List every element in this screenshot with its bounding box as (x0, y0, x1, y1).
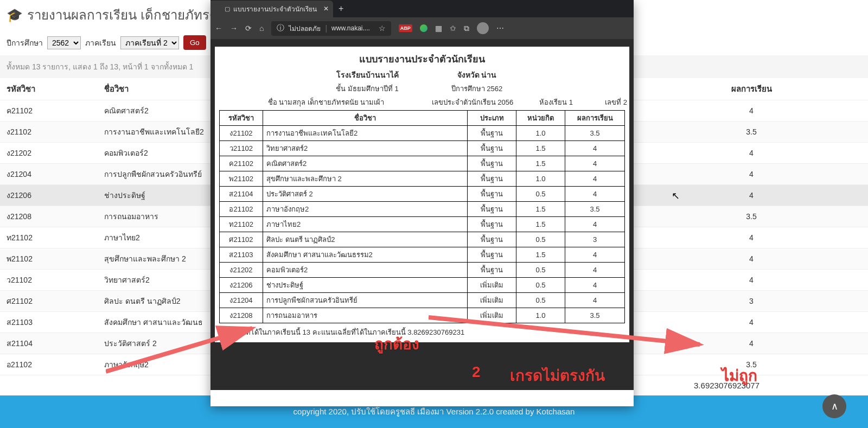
cell-grade: 4 (565, 278, 625, 293)
cell-type: เพิ่มเติม (468, 278, 516, 293)
cell-type: พื้นฐาน (468, 217, 516, 232)
cell-code: ส21104 (0, 333, 98, 354)
cell-grade: 4 (565, 247, 625, 263)
cell-code: ง21102 (0, 122, 98, 143)
url-text: www.nakai.... (331, 24, 370, 32)
year-label: ปีการศึกษา (7, 37, 43, 49)
cell-grade: 4 (565, 217, 625, 232)
table-row: ง21206ช่างประดิษฐ์เพิ่มเติม0.54 (220, 278, 625, 293)
cell-type: พื้นฐาน (468, 126, 516, 141)
back-icon[interactable]: ← (215, 24, 222, 33)
cell-code: ว21102 (0, 270, 98, 291)
report-province: จังหวัด น่าน (422, 69, 532, 81)
more-icon[interactable]: ⋯ (496, 24, 505, 33)
report-class: ชั้น มัธยมศึกษาปีที่ 1 (312, 83, 422, 94)
idm-icon[interactable] (420, 24, 427, 32)
cell-type: พื้นฐาน (468, 232, 516, 247)
cell-type: พื้นฐาน (468, 202, 516, 217)
browser-tab[interactable]: ▢ แบบรายงานประจำตัวนักเรียน ✕ (210, 1, 333, 17)
cell-credit: 1.5 (516, 141, 565, 156)
close-icon[interactable]: ✕ (323, 5, 329, 12)
cell-grade: 4 (565, 293, 625, 308)
graduation-cap-icon: 🎓 (7, 8, 23, 23)
cell-type: พื้นฐาน (468, 263, 516, 278)
semester-select[interactable]: ภาคเรียนที่ 2 (120, 36, 179, 49)
cell-grade: 3.5 (635, 122, 868, 143)
cell-type: พื้นฐาน (468, 141, 516, 156)
home-icon[interactable]: ⌂ (259, 24, 264, 33)
year-select[interactable]: 2562 (47, 36, 81, 49)
page-title-text: รายงานผลการเรียน เด็กชายภัทรด (27, 4, 218, 25)
rcol-code: รหัสวิชา (220, 111, 263, 126)
cell-code: ว21102 (220, 141, 263, 156)
refresh-icon[interactable]: ⟳ (245, 24, 252, 33)
cell-grade: 4 (565, 156, 625, 171)
table-row: ท21102ภาษาไทย2พื้นฐาน1.54 (220, 217, 625, 232)
table-row: ง21202คอมพิวเตอร์2พื้นฐาน0.54 (220, 263, 625, 278)
cell-code: ง21102 (220, 126, 263, 141)
cell-code: ท21102 (0, 227, 98, 248)
table-row: ง21204การปลูกพืชผักสวนครัวอินทรีย์เพิ่มเ… (220, 293, 625, 308)
scroll-top-button[interactable]: ∧ (822, 394, 846, 418)
extension-icon[interactable]: ▦ (435, 24, 442, 33)
cell-grade: 4 (565, 171, 625, 187)
cell-grade: 4 (635, 248, 868, 270)
cell-code: ส21103 (0, 312, 98, 333)
cell-grade: 4 (635, 227, 868, 248)
favorites-icon[interactable]: ✩ (450, 24, 456, 33)
cell-grade: 3.5 (635, 206, 868, 227)
cell-code: ง21206 (220, 278, 263, 293)
cell-subject: ประวัติศาสตร์ 2 (263, 187, 468, 202)
cell-credit: 1.5 (516, 156, 565, 171)
report-paper: แบบรายงานประจำตัวนักเรียน โรงเรียนบ้านนา… (215, 47, 629, 342)
cell-code: ง21204 (220, 293, 263, 308)
chevron-up-icon: ∧ (831, 400, 838, 412)
cell-grade: 4 (565, 187, 625, 202)
avatar[interactable] (477, 22, 489, 34)
arrow-2 (429, 315, 705, 358)
collections-icon[interactable]: ⧉ (464, 24, 469, 33)
insecure-label: ไม่ปลอดภัย (289, 23, 321, 34)
cell-code: ส21103 (220, 247, 263, 263)
cell-code: ง21202 (220, 263, 263, 278)
address-bar[interactable]: ⓘ ไม่ปลอดภัย | www.nakai.... ☆ (271, 21, 391, 36)
rcol-type: ประเภท (468, 111, 516, 126)
cell-grade: 3 (635, 291, 868, 312)
cell-type: พื้นฐาน (468, 171, 516, 187)
report-no: เลขที่ 2 (573, 97, 627, 108)
info-icon: ⓘ (277, 23, 284, 33)
table-row: พ21102สุขศึกษาและพละศึกษา 2พื้นฐาน1.04 (220, 171, 625, 187)
cell-subject: ช่างประดิษฐ์ (263, 278, 468, 293)
cell-grade: 4 (635, 185, 868, 206)
report-name: ชื่อ นามสกุล เด็กชายภัทรดนัย นามเผ้า (226, 97, 426, 108)
rcol-credit: หน่วยกิต (516, 111, 565, 126)
tab-bar: ▢ แบบรายงานประจำตัวนักเรียน ✕ + (210, 0, 634, 17)
cell-subject: คณิตศาสตร์2 (263, 156, 468, 171)
rcol-grade: ผลการเรียน (565, 111, 625, 126)
cell-code: อ21102 (220, 202, 263, 217)
cell-grade: 4 (565, 263, 625, 278)
table-row: ส21104ประวัติศาสตร์ 2พื้นฐาน0.54 (220, 187, 625, 202)
new-tab-button[interactable]: + (333, 4, 349, 14)
forward-icon[interactable]: → (230, 24, 238, 33)
arrow-1 (106, 320, 269, 374)
report-room: ห้องเรียน 1 (519, 97, 573, 108)
cell-code: ท21102 (220, 217, 263, 232)
table-row: ว21102วิทยาศาสตร์2พื้นฐาน1.54 (220, 141, 625, 156)
cell-type: เพิ่มเติม (468, 293, 516, 308)
cell-credit: 1.5 (516, 202, 565, 217)
abp-icon[interactable]: ABP (399, 24, 412, 32)
cell-code: ง21204 (0, 164, 98, 185)
cell-code: ศ21102 (0, 291, 98, 312)
cell-code: พ21102 (220, 171, 263, 187)
cell-code: ง21206 (0, 185, 98, 206)
status-strip (210, 390, 634, 406)
cell-type: พื้นฐาน (468, 156, 516, 171)
col-grade: ผลการเรียน (635, 78, 868, 100)
tab-title: แบบรายงานประจำตัวนักเรียน (233, 4, 317, 14)
cell-code: ค21102 (220, 156, 263, 171)
star-icon[interactable]: ☆ (379, 24, 386, 33)
cell-code: พ21102 (0, 248, 98, 270)
cell-grade: 4 (565, 141, 625, 156)
go-button[interactable]: Go (183, 35, 206, 50)
